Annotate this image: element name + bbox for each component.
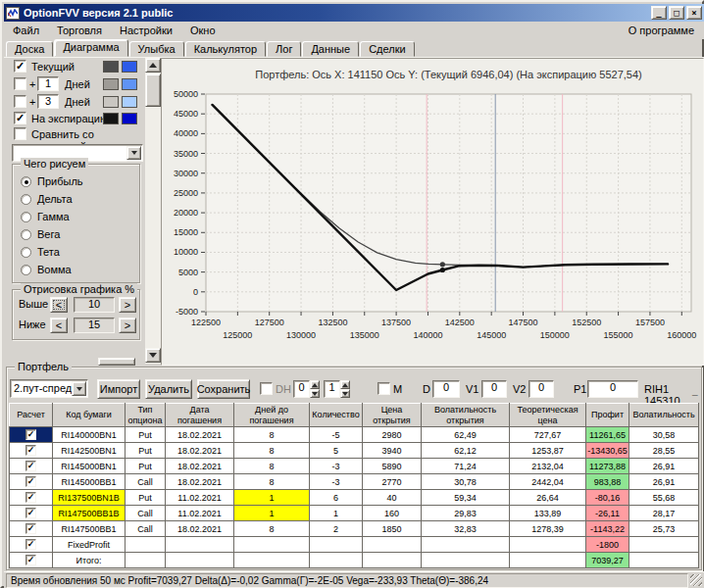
cell-type[interactable]: Call <box>126 521 166 537</box>
collapse-button[interactable]: _ <box>692 385 700 397</box>
dh-checkbox[interactable] <box>260 382 273 395</box>
cell-profit[interactable]: 11261,65 <box>586 427 629 443</box>
cell-days[interactable]: 1 <box>234 490 310 506</box>
scroll-down-icon[interactable] <box>145 348 161 363</box>
row-checkbox[interactable]: ✓ <box>25 461 36 471</box>
cell-calc[interactable]: ✓ <box>10 474 53 490</box>
chevron-down-icon[interactable] <box>126 146 141 160</box>
radio-option-vega[interactable]: Вега <box>21 227 136 244</box>
spin-down-icon[interactable] <box>340 389 350 398</box>
cell-price[interactable]: 160 <box>363 506 422 521</box>
cell-code[interactable]: RI145000BB1 <box>53 474 126 490</box>
cell-theo-price[interactable] <box>510 537 586 553</box>
cell-vol-open[interactable] <box>422 553 510 568</box>
expiration-checkbox[interactable]: ✓ <box>14 112 26 124</box>
cell-days[interactable]: 8 <box>234 521 310 537</box>
cell-volatility[interactable]: 26,91 <box>629 459 699 474</box>
cell-theo-price[interactable]: 26,64 <box>510 490 586 506</box>
above-value[interactable]: 10 <box>74 297 115 313</box>
cell-vol-open[interactable]: 29,83 <box>422 506 510 521</box>
d-input[interactable]: 0 <box>432 380 460 398</box>
cell-vol-open[interactable]: 32,83 <box>422 521 510 537</box>
cell-vol-open[interactable]: 59,34 <box>422 490 510 506</box>
cell-volatility[interactable]: 55,68 <box>629 490 699 506</box>
cell-date[interactable]: 11.02.2021 <box>166 490 234 506</box>
radio-icon[interactable] <box>21 176 31 187</box>
maximize-button[interactable]: □ <box>669 6 684 20</box>
days1-input[interactable]: 1 <box>37 76 59 91</box>
m-checkbox[interactable] <box>377 382 390 395</box>
cell-volatility[interactable]: 25,73 <box>629 521 699 537</box>
spinner-value[interactable]: 0 <box>293 380 310 398</box>
menu-item-settings[interactable]: Настройки <box>111 24 181 37</box>
radio-option-theta[interactable]: Тета <box>21 245 136 262</box>
menu-item-about[interactable]: О программе <box>619 24 704 37</box>
close-button[interactable]: × <box>686 6 702 20</box>
cell-profit[interactable]: -26,11 <box>586 506 629 521</box>
color-swatch[interactable] <box>122 96 137 108</box>
chart[interactable]: 5000045000400003500030000250002000015000… <box>162 63 703 353</box>
spin-down-icon[interactable] <box>310 389 320 398</box>
cell-code[interactable]: RI147500BB1B <box>53 506 126 521</box>
spinner-value[interactable]: 1 <box>324 380 340 398</box>
cell-theo-price[interactable]: 727,67 <box>510 427 586 443</box>
cell-calc[interactable]: ✓ <box>10 490 53 506</box>
cell-code[interactable]: RI147500BB1 <box>53 521 126 537</box>
save-button[interactable]: Сохранить <box>197 379 250 399</box>
v1-input[interactable]: 0 <box>481 380 507 398</box>
cell-qty[interactable]: 2 <box>310 521 363 537</box>
cell-qty[interactable]: -3 <box>310 474 363 490</box>
partial-control[interactable] <box>98 358 135 366</box>
row-checkbox[interactable]: ✓ <box>25 445 36 456</box>
cell-profit[interactable]: 11273,88 <box>586 459 629 474</box>
cell-price[interactable]: 2980 <box>363 427 422 443</box>
color-swatch[interactable] <box>122 61 137 73</box>
radio-icon[interactable] <box>21 265 31 275</box>
radio-icon[interactable] <box>21 229 31 240</box>
cell-price[interactable] <box>363 537 422 553</box>
radio-option-vomma[interactable]: Вомма <box>21 263 136 279</box>
above-increase-button[interactable]: > <box>119 297 136 313</box>
panel-scrollbar[interactable] <box>145 58 161 364</box>
cell-price[interactable] <box>363 553 422 568</box>
resize-grip-icon[interactable] <box>690 574 702 586</box>
cell-vol-open[interactable] <box>422 537 510 553</box>
cell-qty[interactable]: -3 <box>310 459 363 474</box>
tab-log[interactable]: Лог <box>267 41 301 57</box>
cell-qty[interactable]: -5 <box>310 427 363 443</box>
delete-button[interactable]: Удалить <box>145 379 192 399</box>
row-checkbox[interactable]: ✓ <box>25 523 36 534</box>
plus3-checkbox[interactable] <box>14 95 26 108</box>
cell-type[interactable]: Call <box>126 506 166 521</box>
app-icon[interactable] <box>6 7 20 20</box>
cell-volatility[interactable] <box>629 537 699 553</box>
cell-vol-open[interactable]: 62,49 <box>422 427 510 443</box>
radio-option-profit[interactable]: Прибыль <box>21 174 136 191</box>
tab-ulybka[interactable]: Улыбка <box>129 41 184 57</box>
cell-days[interactable]: 8 <box>234 443 310 459</box>
radio-option-delta[interactable]: Дельта <box>21 192 136 209</box>
cell-price[interactable]: 1850 <box>363 521 422 537</box>
cell-type[interactable]: Put <box>126 427 166 443</box>
cell-date[interactable]: 18.02.2021 <box>166 521 234 537</box>
cell-volatility[interactable] <box>629 553 699 568</box>
row-checkbox[interactable]: ✓ <box>25 539 36 550</box>
cell-calc[interactable]: ✓ <box>10 553 53 568</box>
cell-theo-price[interactable]: 2132,04 <box>510 459 586 474</box>
cell-calc[interactable]: ✓ <box>10 506 53 521</box>
color-swatch[interactable] <box>103 113 119 124</box>
tab-sdelki[interactable]: Сделки <box>360 41 415 57</box>
cell-date[interactable]: 18.02.2021 <box>166 427 234 443</box>
cell-date[interactable]: 18.02.2021 <box>166 443 234 459</box>
cell-code[interactable]: RI142500BN1 <box>53 443 126 459</box>
cell-volatility[interactable]: 28,55 <box>629 443 699 459</box>
cell-price[interactable]: 5890 <box>363 459 422 474</box>
p1-input[interactable]: 0 <box>587 380 638 398</box>
cell-price[interactable]: 3940 <box>363 443 422 459</box>
cell-price[interactable]: 2770 <box>363 474 422 490</box>
cell-profit[interactable]: 7039,27 <box>586 553 629 568</box>
tab-diagramma[interactable]: Диаграмма <box>54 39 127 57</box>
cell-profit[interactable]: -13430,65 <box>586 443 629 459</box>
cell-profit[interactable]: -1800 <box>586 537 629 553</box>
cell-theo-price[interactable] <box>510 553 586 568</box>
